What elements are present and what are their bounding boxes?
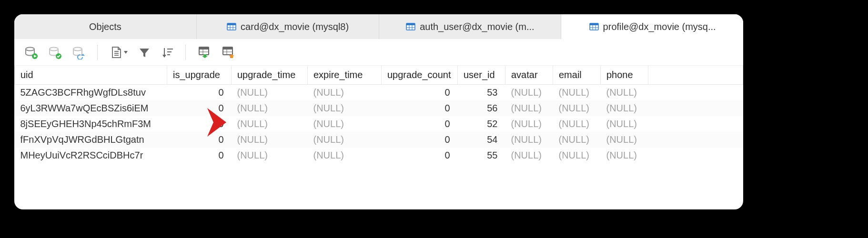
cell-upgrade_time[interactable]: (NULL) — [232, 116, 308, 132]
cell-uid[interactable]: MHeyUuiVcR2RSCciDBHc7r — [15, 148, 167, 163]
run-query-icon[interactable] — [24, 45, 38, 60]
tabbar: Objects card@dx_movie (mysql8) auth_user… — [14, 14, 743, 39]
table-row[interactable]: 5ZAGC3BCFRhgWgfDLs8tuv0(NULL)(NULL)053(N… — [15, 85, 743, 101]
svg-marker-25 — [124, 51, 128, 54]
cell-avatar[interactable]: (NULL) — [505, 132, 553, 148]
refresh-icon[interactable] — [71, 45, 86, 60]
cell-avatar[interactable]: (NULL) — [505, 148, 553, 163]
col-expire-time[interactable]: expire_time — [308, 66, 382, 85]
cell-expire_time[interactable]: (NULL) — [308, 116, 382, 132]
table-icon — [226, 21, 237, 32]
svg-rect-1 — [227, 23, 236, 25]
cell-phone[interactable]: (NULL) — [601, 85, 648, 101]
cell-is_upgrade[interactable]: 0 — [167, 116, 232, 132]
table-icon — [589, 21, 599, 32]
toolbar — [14, 39, 743, 66]
cell-user_id[interactable]: 53 — [458, 85, 505, 101]
table-row[interactable]: MHeyUuiVcR2RSCciDBHc7r0(NULL)(NULL)055(N… — [15, 148, 743, 163]
db-window: Objects card@dx_movie (mysql8) auth_user… — [14, 14, 743, 209]
cell-email[interactable]: (NULL) — [553, 132, 601, 148]
filter-icon[interactable] — [138, 46, 151, 59]
cell-uid[interactable]: 5ZAGC3BCFRhgWgfDLs8tuv — [15, 85, 167, 101]
col-avatar[interactable]: avatar — [505, 66, 553, 85]
table-row[interactable]: 8jSEEyGHEH3Np45chRmF3M0(NULL)(NULL)052(N… — [15, 116, 743, 132]
cell-is_upgrade[interactable]: 0 — [167, 100, 232, 116]
col-phone[interactable]: phone — [601, 66, 648, 85]
toolbar-separator — [185, 45, 186, 60]
cell-expire_time[interactable]: (NULL) — [308, 148, 382, 163]
cell-is_upgrade[interactable]: 0 — [167, 85, 232, 101]
col-is-upgrade[interactable]: is_upgrade — [167, 66, 232, 85]
cell-phone[interactable]: (NULL) — [601, 148, 648, 163]
svg-rect-11 — [590, 23, 598, 25]
cell-uid[interactable]: fFnXVpVqJWRGdBHLGtgatn — [15, 132, 167, 148]
cell-phone[interactable]: (NULL) — [601, 100, 648, 116]
table-row[interactable]: 6yL3RWWa7wQEcBSZis6iEM0(NULL)(NULL)056(N… — [15, 100, 743, 116]
cell-user_id[interactable]: 56 — [458, 100, 505, 116]
export-icon[interactable] — [221, 45, 235, 60]
cell-user_id[interactable]: 54 — [458, 132, 505, 148]
cell-email[interactable]: (NULL) — [553, 100, 601, 116]
cell-user_id[interactable]: 55 — [458, 148, 505, 163]
tab-card[interactable]: card@dx_movie (mysql8) — [197, 14, 379, 39]
header-row: uid is_upgrade upgrade_time expire_time … — [15, 66, 743, 85]
svg-rect-37 — [223, 47, 232, 50]
cell-upgrade_time[interactable]: (NULL) — [232, 148, 308, 163]
svg-rect-33 — [199, 47, 209, 50]
document-icon[interactable] — [109, 45, 128, 60]
svg-point-15 — [26, 47, 34, 50]
svg-marker-28 — [162, 55, 166, 58]
cell-upgrade_time[interactable]: (NULL) — [232, 85, 308, 101]
svg-rect-6 — [406, 23, 415, 25]
sort-icon[interactable] — [161, 46, 174, 59]
cell-expire_time[interactable]: (NULL) — [308, 132, 382, 148]
table-icon — [405, 21, 416, 32]
data-grid[interactable]: uid is_upgrade upgrade_time expire_time … — [14, 66, 743, 163]
cell-expire_time[interactable]: (NULL) — [308, 100, 382, 116]
cell-upgrade_time[interactable]: (NULL) — [232, 100, 308, 116]
svg-point-18 — [50, 47, 58, 50]
col-upgrade-count[interactable]: upgrade_count — [382, 66, 458, 85]
tab-label: auth_user@dx_movie (m... — [420, 21, 534, 32]
cell-email[interactable]: (NULL) — [553, 85, 601, 101]
cell-phone[interactable]: (NULL) — [601, 132, 648, 148]
tab-profile[interactable]: profile@dx_movie (mysq... — [561, 14, 743, 39]
cell-upgrade_count[interactable]: 0 — [382, 132, 458, 148]
cell-email[interactable]: (NULL) — [553, 148, 601, 163]
cell-uid[interactable]: 8jSEEyGHEH3Np45chRmF3M — [15, 116, 167, 132]
tab-auth-user[interactable]: auth_user@dx_movie (m... — [379, 14, 562, 39]
tab-label: card@dx_movie (mysql8) — [241, 21, 349, 32]
svg-point-20 — [73, 47, 82, 50]
cell-pad — [648, 148, 743, 163]
col-uid[interactable]: uid — [15, 66, 167, 85]
cell-pad — [648, 85, 743, 101]
cell-avatar[interactable]: (NULL) — [505, 100, 553, 116]
svg-marker-26 — [140, 49, 149, 57]
chevron-down-icon — [123, 50, 128, 55]
cell-email[interactable]: (NULL) — [553, 116, 601, 132]
table-row[interactable]: fFnXVpVqJWRGdBHLGtgatn0(NULL)(NULL)054(N… — [15, 132, 743, 148]
cell-upgrade_count[interactable]: 0 — [382, 100, 458, 116]
col-upgrade-time[interactable]: upgrade_time — [232, 66, 308, 85]
col-padding — [648, 66, 743, 85]
commit-icon[interactable] — [48, 45, 62, 60]
cell-upgrade_count[interactable]: 0 — [382, 116, 458, 132]
cell-pad — [648, 100, 743, 116]
cell-upgrade_count[interactable]: 0 — [382, 148, 458, 163]
col-email[interactable]: email — [553, 66, 601, 85]
import-icon[interactable] — [197, 45, 212, 60]
cell-is_upgrade[interactable]: 0 — [167, 148, 232, 163]
cell-avatar[interactable]: (NULL) — [505, 85, 553, 101]
cell-phone[interactable]: (NULL) — [601, 116, 648, 132]
cell-upgrade_count[interactable]: 0 — [382, 85, 458, 101]
cell-user_id[interactable]: 52 — [458, 116, 505, 132]
toolbar-separator — [97, 45, 98, 60]
tab-objects[interactable]: Objects — [14, 14, 197, 39]
cell-avatar[interactable]: (NULL) — [505, 116, 553, 132]
cell-uid[interactable]: 6yL3RWWa7wQEcBSZis6iEM — [15, 100, 167, 116]
cell-upgrade_time[interactable]: (NULL) — [232, 132, 308, 148]
cell-is_upgrade[interactable]: 0 — [167, 132, 232, 148]
col-user-id[interactable]: user_id — [458, 66, 505, 85]
cell-pad — [648, 116, 743, 132]
cell-expire_time[interactable]: (NULL) — [308, 85, 382, 101]
